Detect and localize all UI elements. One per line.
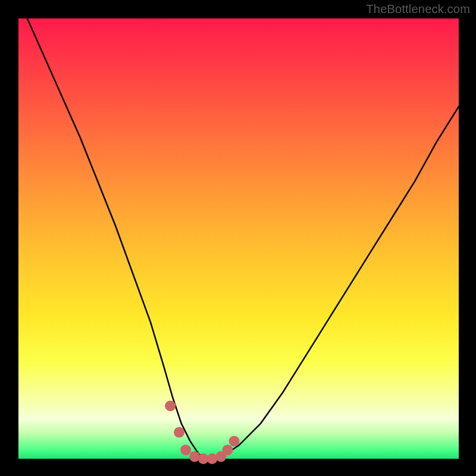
bottleneck-curve: [27, 18, 459, 459]
plot-area: [18, 18, 459, 459]
valley-marker: [223, 444, 233, 455]
chart-frame: TheBottleneck.com: [0, 0, 476, 476]
chart-svg: [18, 18, 459, 459]
valley-marker: [165, 400, 176, 411]
valley-marker: [174, 427, 184, 438]
valley-marker: [180, 444, 191, 455]
valley-marker: [229, 436, 240, 446]
watermark-text: TheBottleneck.com: [366, 2, 470, 16]
